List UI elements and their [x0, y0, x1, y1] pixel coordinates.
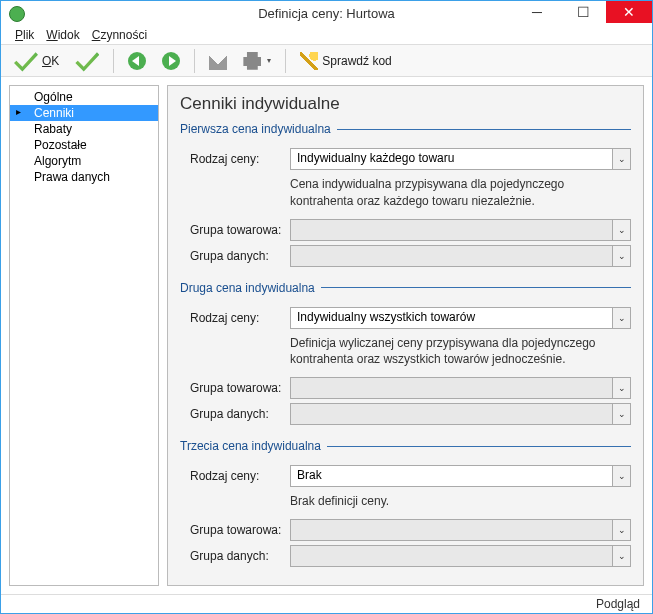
grupa-tow-label: Grupa towarowa: — [190, 223, 290, 237]
chevron-down-icon[interactable]: ⌄ — [612, 220, 630, 240]
section-trzecia: Trzecia cena indywidualna Rodzaj ceny: B… — [180, 439, 631, 571]
menu-widok[interactable]: Widok — [46, 28, 79, 42]
grupa-dan-label: Grupa danych: — [190, 249, 290, 263]
apply-button[interactable] — [70, 46, 104, 76]
section-legend: Druga cena indywidualna — [180, 281, 321, 295]
grupa-tow-label: Grupa towarowa: — [190, 381, 290, 395]
grupa-dan-combo[interactable]: ⌄ — [290, 403, 631, 425]
chevron-down-icon: ▾ — [267, 56, 271, 65]
sidebar-item-ogolne[interactable]: Ogólne — [10, 89, 158, 105]
separator — [285, 49, 286, 73]
rodzaj-combo[interactable]: Brak ⌄ — [290, 465, 631, 487]
grupa-tow-combo[interactable]: ⌄ — [290, 519, 631, 541]
check-icon — [75, 49, 99, 73]
tools-icon — [209, 52, 227, 70]
grupa-tow-label: Grupa towarowa: — [190, 523, 290, 537]
printer-icon — [243, 52, 261, 70]
wand-icon — [300, 52, 318, 70]
menu-czynnosci[interactable]: Czynności — [92, 28, 147, 42]
section-pierwsza: Pierwsza cena indywidualna Rodzaj ceny: … — [180, 122, 631, 270]
grupa-dan-label: Grupa danych: — [190, 549, 290, 563]
chevron-down-icon[interactable]: ⌄ — [612, 378, 630, 398]
page-title: Cenniki indywidualne — [180, 94, 631, 114]
separator — [194, 49, 195, 73]
grupa-dan-combo[interactable]: ⌄ — [290, 245, 631, 267]
back-button[interactable] — [123, 49, 151, 73]
chevron-down-icon[interactable]: ⌄ — [612, 546, 630, 566]
rodzaj-desc: Brak definicji ceny. — [290, 493, 610, 509]
grupa-tow-combo[interactable]: ⌄ — [290, 377, 631, 399]
arrow-right-icon — [162, 52, 180, 70]
sidebar: Ogólne Cenniki Rabaty Pozostałe Algorytm… — [9, 85, 159, 586]
print-button[interactable]: ▾ — [238, 49, 276, 73]
section-druga: Druga cena indywidualna Rodzaj ceny: Ind… — [180, 281, 631, 429]
status-text: Podgląd — [596, 597, 640, 611]
forward-button[interactable] — [157, 49, 185, 73]
check-code-button[interactable]: Sprawdź kod — [295, 49, 396, 73]
rodzaj-desc: Definicja wyliczanej ceny przypisywana d… — [290, 335, 610, 367]
tools-button[interactable] — [204, 49, 232, 73]
chevron-down-icon[interactable]: ⌄ — [612, 149, 630, 169]
toolbar: OK ▾ Sprawdź kod — [1, 45, 652, 77]
maximize-button[interactable]: ☐ — [560, 1, 606, 23]
section-legend: Trzecia cena indywidualna — [180, 439, 327, 453]
rodzaj-desc: Cena indywidualna przypisywana dla pojed… — [290, 176, 610, 208]
grupa-dan-label: Grupa danych: — [190, 407, 290, 421]
sidebar-item-algorytm[interactable]: Algorytm — [10, 153, 158, 169]
separator — [113, 49, 114, 73]
chevron-down-icon[interactable]: ⌄ — [612, 466, 630, 486]
sidebar-item-cenniki[interactable]: Cenniki — [10, 105, 158, 121]
sidebar-item-prawa-danych[interactable]: Prawa danych — [10, 169, 158, 185]
arrow-left-icon — [128, 52, 146, 70]
main-panel: Cenniki indywidualne Pierwsza cena indyw… — [167, 85, 644, 586]
chevron-down-icon[interactable]: ⌄ — [612, 308, 630, 328]
chevron-down-icon[interactable]: ⌄ — [612, 520, 630, 540]
minimize-button[interactable]: ─ — [514, 1, 560, 23]
check-icon — [14, 49, 38, 73]
chevron-down-icon[interactable]: ⌄ — [612, 404, 630, 424]
section-legend: Pierwsza cena indywidualna — [180, 122, 337, 136]
rodzaj-label: Rodzaj ceny: — [190, 469, 290, 483]
rodzaj-label: Rodzaj ceny: — [190, 311, 290, 325]
rodzaj-combo[interactable]: Indywidualny każdego towaru ⌄ — [290, 148, 631, 170]
sidebar-item-pozostale[interactable]: Pozostałe — [10, 137, 158, 153]
sidebar-item-rabaty[interactable]: Rabaty — [10, 121, 158, 137]
check-code-label: Sprawdź kod — [322, 54, 391, 68]
titlebar[interactable]: Definicja ceny: Hurtowa ─ ☐ ✕ — [1, 1, 652, 26]
rodzaj-label: Rodzaj ceny: — [190, 152, 290, 166]
close-button[interactable]: ✕ — [606, 1, 652, 23]
menu-plik[interactable]: Plik — [15, 28, 34, 42]
menubar: Plik Widok Czynności — [1, 26, 652, 45]
rodzaj-combo[interactable]: Indywidualny wszystkich towarów ⌄ — [290, 307, 631, 329]
ok-button[interactable]: OK — [9, 46, 64, 76]
statusbar: Podgląd — [1, 594, 652, 613]
grupa-dan-combo[interactable]: ⌄ — [290, 545, 631, 567]
grupa-tow-combo[interactable]: ⌄ — [290, 219, 631, 241]
app-icon — [9, 6, 25, 22]
chevron-down-icon[interactable]: ⌄ — [612, 246, 630, 266]
